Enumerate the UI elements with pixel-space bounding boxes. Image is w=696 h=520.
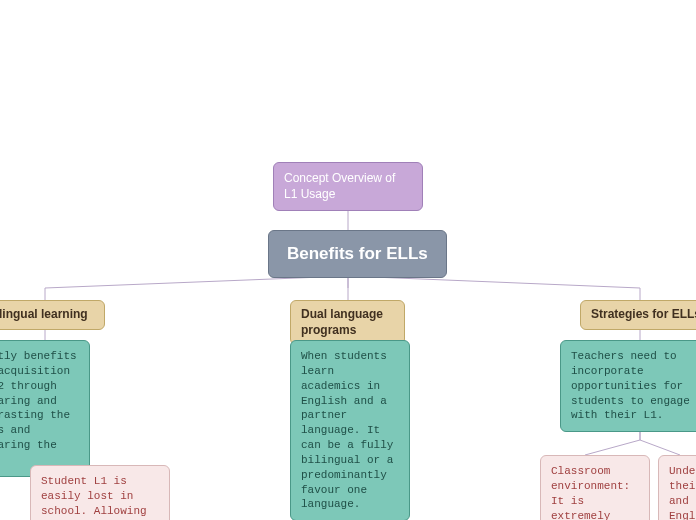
strategies-teal-text: Teachers need to incorporate opportuniti… xyxy=(571,350,690,421)
strategies-pink-2-text: Understanding their L1 and their English… xyxy=(669,465,696,520)
strategies-pink-1-text: Classroom environment: It is extremely i… xyxy=(551,465,630,520)
multilingual-pink-text: Student L1 is easily lost in school. All… xyxy=(41,475,147,520)
concept-label: Concept Overview of L1 Usage xyxy=(284,171,395,201)
branch-dual-title: Dual language programs xyxy=(301,307,383,337)
multilingual-teal[interactable]: Greatly benefits the acquisition of L2 t… xyxy=(0,340,90,477)
branch-dual-language[interactable]: Dual language programs xyxy=(290,300,405,345)
branch-strategies-title: Strategies for ELLs xyxy=(591,307,696,321)
strategies-teal[interactable]: Teachers need to incorporate opportuniti… xyxy=(560,340,696,432)
center-node[interactable]: Benefits for ELLs xyxy=(268,230,447,278)
dual-teal[interactable]: When students learn academics in English… xyxy=(290,340,410,520)
strategies-pink-1[interactable]: Classroom environment: It is extremely i… xyxy=(540,455,650,520)
center-label: Benefits for ELLs xyxy=(287,244,428,263)
branch-multilingual[interactable]: Multilingual learning xyxy=(0,300,105,330)
strategies-pink-2[interactable]: Understanding their L1 and their English… xyxy=(658,455,696,520)
dual-teal-text: When students learn academics in English… xyxy=(301,350,393,510)
concept-overview-node[interactable]: Concept Overview of L1 Usage xyxy=(273,162,423,211)
multilingual-pink[interactable]: Student L1 is easily lost in school. All… xyxy=(30,465,170,520)
multilingual-teal-text: Greatly benefits the acquisition of L2 t… xyxy=(0,350,77,466)
branch-strategies[interactable]: Strategies for ELLs xyxy=(580,300,696,330)
branch-multilingual-title: Multilingual learning xyxy=(0,307,88,321)
